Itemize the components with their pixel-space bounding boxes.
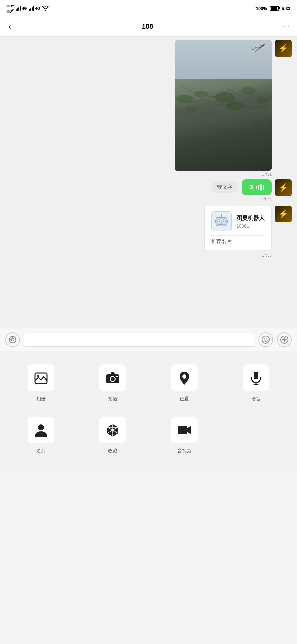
cube-icon (105, 423, 120, 437)
image-timestamp: 17:31 (262, 172, 272, 177)
camera-icon (105, 370, 120, 385)
svg-point-21 (11, 338, 14, 341)
voice-item[interactable]: 语音 (220, 358, 292, 407)
voice-wave-icon (256, 184, 264, 191)
svg-point-5 (226, 101, 244, 110)
location-item[interactable]: 位置 (149, 358, 220, 407)
svg-point-3 (241, 87, 256, 94)
microphone-icon (249, 370, 263, 385)
collect-icon-wrap (99, 417, 126, 443)
sender-avatar-1 (275, 40, 292, 57)
svg-point-0 (176, 95, 193, 103)
svg-rect-19 (227, 220, 228, 223)
sender-avatar-3 (275, 206, 292, 222)
emoji-button[interactable] (258, 332, 273, 347)
more-button[interactable]: ··· (282, 22, 290, 31)
svg-rect-33 (116, 376, 118, 377)
svg-point-1 (195, 90, 208, 97)
battery-percent: 100% (256, 6, 267, 11)
voice-duration: 3 (249, 183, 253, 191)
carrier-label: HD1 HD2 (7, 3, 14, 14)
svg-rect-18 (215, 220, 216, 223)
album-icon (34, 370, 48, 385)
svg-point-23 (264, 338, 265, 339)
voice-label: 语音 (251, 396, 261, 402)
svg-rect-39 (178, 426, 187, 434)
4g-label1: 4G (22, 6, 27, 10)
contact-card[interactable]: 图灵机器人 10001 推荐名片 (204, 206, 272, 250)
plus-icon (280, 335, 289, 344)
svg-point-38 (38, 424, 44, 430)
wifi-icon (42, 6, 49, 11)
card-item[interactable]: 名片 (5, 410, 77, 459)
signal1-icon (16, 6, 21, 11)
svg-point-12 (219, 221, 220, 222)
camera-label: 拍摄 (108, 396, 117, 402)
message-image: 17:31 (5, 40, 292, 177)
card-timestamp: 17:33 (262, 253, 272, 258)
extra-row-2: 名片 收藏 音视频 (5, 410, 292, 459)
svg-point-29 (37, 375, 39, 377)
extra-panel: 相册 拍摄 位置 (0, 351, 297, 472)
video-label: 音视频 (177, 448, 191, 454)
album-item[interactable]: 相册 (5, 358, 77, 407)
voice-toggle-icon (9, 336, 17, 344)
svg-point-6 (255, 98, 268, 104)
camera-icon-wrap (99, 364, 126, 391)
card-header: 图灵机器人 10001 (211, 211, 265, 231)
voice-message-wrapper: 转文字 3 (211, 179, 272, 195)
location-label: 位置 (180, 396, 189, 402)
svg-point-2 (215, 92, 235, 102)
card-label-text: 名片 (36, 448, 46, 454)
signal2-icon (29, 6, 34, 11)
nav-bar: ‹ 188 ··· (0, 17, 297, 37)
robot-face-icon (214, 214, 229, 229)
card-icon-wrap (28, 417, 54, 443)
svg-point-32 (111, 377, 115, 381)
location-icon (177, 370, 192, 385)
video-camera-icon (177, 423, 192, 437)
person-icon (34, 423, 48, 437)
robot-avatar (211, 211, 232, 231)
sender-avatar-2 (275, 179, 292, 196)
contact-id: 10001 (236, 223, 265, 229)
status-bar: HD1 HD2 4G 4G 100% 5:33 (0, 0, 297, 17)
video-item[interactable]: 音视频 (149, 410, 220, 459)
convert-to-text-button[interactable]: 转文字 (211, 181, 238, 193)
status-right: 100% 5:33 (256, 6, 290, 11)
album-label: 相册 (36, 396, 46, 402)
extra-row-1: 相册 拍摄 位置 (5, 358, 292, 407)
chat-area: 17:31 转文字 3 17:33 (0, 37, 297, 328)
voice-bubble[interactable]: 3 (242, 179, 272, 195)
camera-item[interactable]: 拍摄 (77, 358, 148, 407)
voice-timestamp: 17:33 (262, 198, 272, 202)
card-info: 图灵机器人 10001 (236, 214, 265, 229)
svg-point-22 (262, 336, 269, 343)
contact-name: 图灵机器人 (236, 214, 265, 222)
message-card-row: 图灵机器人 10001 推荐名片 17:33 (5, 206, 292, 258)
back-button[interactable]: ‹ (7, 20, 13, 33)
svg-point-9 (221, 214, 222, 216)
chat-title: 188 (142, 23, 153, 30)
svg-point-13 (223, 221, 225, 222)
collect-item[interactable]: 收藏 (77, 410, 148, 459)
voice-icon-wrap (243, 364, 269, 391)
album-icon-wrap (28, 364, 54, 391)
voice-input-toggle[interactable] (5, 332, 20, 347)
location-icon-wrap (171, 364, 198, 391)
message-input[interactable] (24, 333, 254, 347)
input-area (0, 328, 297, 351)
image-message-content[interactable] (175, 40, 272, 171)
emoji-icon (261, 335, 270, 344)
status-left: HD1 HD2 4G 4G (7, 3, 49, 14)
svg-rect-35 (254, 372, 258, 379)
battery-icon (270, 6, 279, 11)
add-button[interactable] (277, 332, 292, 347)
message-voice: 转文字 3 17:33 (5, 179, 292, 202)
card-recommend-label: 推荐名片 (211, 238, 265, 245)
4g-label2: 4G (35, 6, 40, 10)
svg-point-24 (266, 338, 267, 339)
collect-label: 收藏 (108, 448, 117, 454)
svg-point-4 (185, 106, 197, 112)
svg-point-34 (182, 374, 186, 379)
